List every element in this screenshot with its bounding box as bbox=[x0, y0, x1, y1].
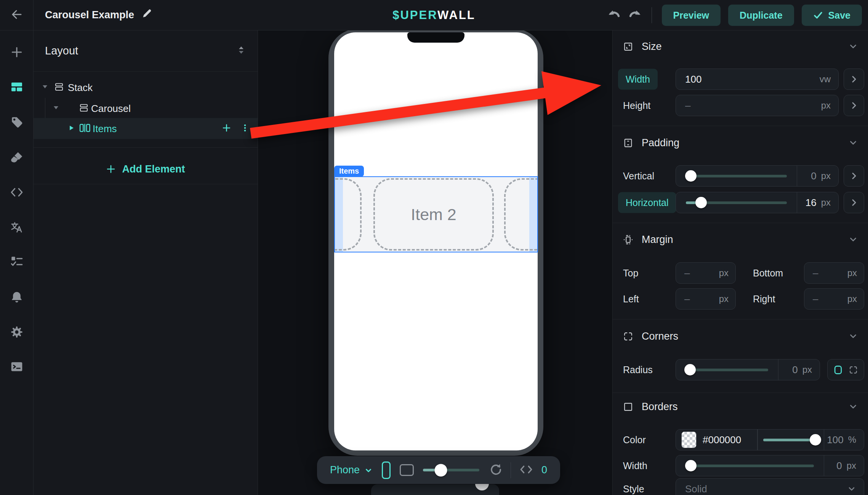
add-child-icon[interactable] bbox=[222, 123, 231, 134]
tag-icon[interactable] bbox=[0, 111, 34, 134]
bell-icon[interactable] bbox=[0, 286, 34, 308]
design-canvas[interactable]: Items Item 2 Phone bbox=[258, 30, 613, 495]
padding-horizontal-value-area[interactable]: 16 px bbox=[797, 192, 838, 213]
padding-horizontal-slider[interactable] bbox=[686, 201, 787, 204]
width-unit[interactable]: vw bbox=[820, 74, 831, 85]
translate-icon[interactable] bbox=[0, 216, 34, 239]
landscape-orientation-icon[interactable] bbox=[400, 464, 414, 476]
margin-bottom-input[interactable]: – px bbox=[804, 262, 864, 284]
gear-icon[interactable] bbox=[0, 321, 34, 343]
redo-icon[interactable] bbox=[627, 8, 642, 23]
border-opacity-value[interactable]: 100 bbox=[827, 434, 843, 446]
carousel-item-current-outline[interactable]: Item 2 bbox=[373, 178, 494, 251]
code-view-icon[interactable] bbox=[519, 463, 533, 478]
margin-right-input[interactable]: – px bbox=[804, 288, 864, 310]
radius-value[interactable]: 0 bbox=[792, 364, 798, 376]
width-expand-button[interactable] bbox=[844, 69, 864, 90]
document-title: Carousel Example bbox=[45, 9, 134, 21]
padding-horizontal-expand-button[interactable] bbox=[844, 192, 864, 213]
preview-button[interactable]: Preview bbox=[662, 5, 721, 26]
height-value[interactable]: – bbox=[685, 100, 690, 112]
add-icon[interactable] bbox=[0, 41, 34, 64]
margin-bottom-value[interactable]: – bbox=[813, 267, 818, 279]
padding-vertical-value-area[interactable]: 0 px bbox=[797, 166, 838, 186]
margin-top-input[interactable]: – px bbox=[676, 262, 736, 284]
margin-left-input[interactable]: – px bbox=[676, 288, 736, 310]
border-color-hex[interactable]: #000000 bbox=[703, 434, 741, 446]
zoom-slider[interactable] bbox=[423, 469, 479, 471]
radius-slider-thumb[interactable] bbox=[684, 364, 696, 375]
border-style-value: Solid bbox=[685, 483, 707, 495]
duplicate-button[interactable]: Duplicate bbox=[728, 5, 794, 26]
back-button[interactable] bbox=[0, 0, 34, 30]
height-input[interactable]: – px bbox=[676, 95, 839, 116]
kebab-menu-icon[interactable] bbox=[241, 123, 249, 134]
margin-right-value[interactable]: – bbox=[813, 293, 818, 305]
stack-icon bbox=[79, 103, 89, 114]
padding-vertical-slider[interactable] bbox=[686, 175, 787, 177]
border-opacity-slider[interactable] bbox=[763, 439, 818, 441]
edit-title-pencil-icon[interactable] bbox=[141, 8, 152, 22]
padding-horizontal-label-chip[interactable]: Horizontal bbox=[618, 192, 676, 213]
radius-slider[interactable] bbox=[686, 369, 768, 371]
sort-icon[interactable] bbox=[236, 45, 246, 57]
padding-horizontal-value[interactable]: 16 bbox=[806, 197, 817, 209]
width-label-chip[interactable]: Width bbox=[618, 69, 658, 90]
tree-row-carousel[interactable]: Carousel bbox=[34, 98, 258, 119]
code-icon[interactable] bbox=[0, 181, 34, 204]
undo-icon[interactable] bbox=[607, 8, 622, 23]
add-element-button[interactable]: Add Element bbox=[34, 154, 258, 184]
color-swatch[interactable] bbox=[681, 431, 697, 448]
tree-row-items-selected[interactable]: Items bbox=[34, 118, 258, 139]
tree-label-carousel: Carousel bbox=[91, 102, 131, 114]
caret-down-icon[interactable] bbox=[52, 104, 60, 113]
margin-section-header[interactable]: Margin bbox=[623, 229, 858, 250]
chevron-down-icon[interactable] bbox=[848, 138, 858, 148]
margin-left-value[interactable]: – bbox=[684, 293, 690, 305]
zoom-slider-thumb[interactable] bbox=[435, 464, 447, 476]
border-width-slider-thumb[interactable] bbox=[685, 460, 697, 471]
individual-corners-icon[interactable] bbox=[849, 365, 858, 375]
border-width-value-area[interactable]: 0 px bbox=[824, 455, 864, 476]
selected-carousel-items-element[interactable]: Item 2 bbox=[334, 176, 538, 252]
refresh-icon[interactable] bbox=[488, 463, 502, 478]
paintbrush-icon[interactable] bbox=[0, 146, 34, 169]
padding-vertical-expand-button[interactable] bbox=[844, 165, 864, 187]
border-opacity-value-area[interactable]: 100 % bbox=[824, 430, 864, 450]
width-input[interactable]: 100 vw bbox=[676, 69, 839, 90]
corners-section-header[interactable]: Corners bbox=[623, 326, 858, 347]
caret-down-icon[interactable] bbox=[41, 83, 49, 92]
chevron-down-icon[interactable] bbox=[848, 235, 858, 244]
chevron-down-icon[interactable] bbox=[848, 331, 858, 341]
checklist-icon[interactable] bbox=[0, 250, 34, 273]
width-value[interactable]: 100 bbox=[685, 73, 701, 85]
terminal-icon[interactable] bbox=[0, 355, 34, 378]
padding-vertical-value[interactable]: 0 bbox=[811, 170, 816, 182]
margin-top-value[interactable]: – bbox=[684, 267, 690, 279]
caret-right-icon[interactable] bbox=[67, 124, 75, 133]
border-width-slider[interactable] bbox=[686, 465, 814, 467]
border-width-row: Width 0 px bbox=[613, 455, 868, 476]
height-expand-button[interactable] bbox=[844, 95, 864, 116]
device-selector[interactable]: Phone bbox=[330, 464, 373, 476]
border-style-select[interactable]: Solid bbox=[676, 478, 864, 495]
corner-mode-toggle[interactable] bbox=[827, 359, 864, 380]
chevron-down-icon[interactable] bbox=[848, 402, 858, 412]
size-section-header[interactable]: Size bbox=[623, 36, 858, 57]
padding-vertical-slider-thumb[interactable] bbox=[685, 170, 697, 182]
radius-value-area[interactable]: 0 px bbox=[778, 359, 820, 380]
border-opacity-slider-thumb[interactable] bbox=[810, 434, 821, 446]
borders-section-header[interactable]: Borders bbox=[623, 396, 858, 417]
items-row-controls bbox=[222, 123, 249, 134]
padding-horizontal-slider-thumb[interactable] bbox=[695, 197, 707, 208]
portrait-orientation-icon[interactable] bbox=[382, 461, 391, 479]
border-width-value[interactable]: 0 bbox=[836, 460, 842, 472]
templates-icon[interactable] bbox=[0, 75, 34, 98]
uniform-corners-icon[interactable] bbox=[833, 365, 843, 375]
height-unit[interactable]: px bbox=[821, 100, 831, 111]
save-button[interactable]: Save bbox=[802, 5, 862, 26]
padding-section-header[interactable]: Padding bbox=[623, 132, 858, 153]
chevron-down-icon[interactable] bbox=[848, 42, 858, 51]
tree-row-stack[interactable]: Stack bbox=[34, 77, 258, 98]
padding-vertical-label: Vertical bbox=[623, 171, 654, 182]
